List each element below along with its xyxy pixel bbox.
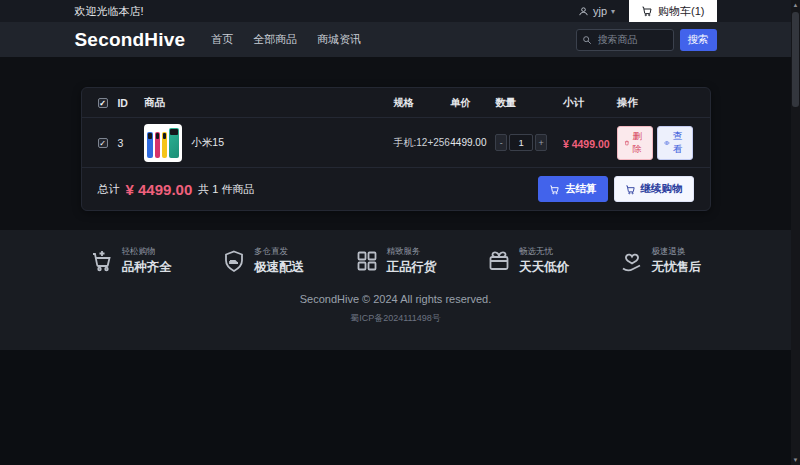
scroll-down-arrow-icon[interactable]: ▼ (791, 457, 800, 463)
scroll-up-arrow-icon[interactable]: ▲ (791, 2, 800, 8)
chevron-down-icon: ▾ (611, 7, 615, 16)
main-content: ✓ ID 商品 规格 单价 数量 小计 操作 ✓ 3 (0, 57, 791, 230)
header-spec: 规格 (394, 96, 451, 110)
search-icon (582, 35, 592, 45)
badge-low-price: 畅选无忧 天天低价 (487, 246, 569, 276)
cart-summary: 总计 ¥ 4499.00 共 1 件商品 去结算 继续购物 (82, 168, 710, 210)
badge-delivery: 多仓直发 极速配送 (222, 246, 304, 276)
row-checkbox[interactable]: ✓ (98, 138, 108, 148)
eye-icon (664, 139, 670, 147)
checkout-button[interactable]: 去结算 (538, 176, 608, 202)
header-quantity: 数量 (495, 96, 563, 110)
gift-box-icon (487, 249, 511, 273)
welcome-message: 欢迎光临本店! (75, 4, 144, 19)
navbar: SecondHive 首页 全部商品 商城资讯 搜索 (0, 22, 791, 57)
quantity-increase-button[interactable]: + (535, 134, 547, 151)
header-product: 商品 (144, 96, 393, 110)
cart-icon (641, 5, 653, 17)
header-actions: 操作 (617, 96, 694, 110)
scrollbar-thumb[interactable] (792, 12, 799, 107)
nav-link-all-products[interactable]: 全部商品 (253, 32, 297, 47)
table-row: ✓ 3 小米15 手机:12+256 4499.00 - 1 (82, 118, 710, 168)
cart-card: ✓ ID 商品 规格 单价 数量 小计 操作 ✓ 3 (81, 87, 711, 211)
item-subtotal: ¥ 4499.00 (563, 138, 610, 150)
icp-number: 蜀ICP备2024111498号 (0, 312, 791, 325)
product-image[interactable] (144, 124, 182, 162)
total-label: 总计 (98, 182, 120, 197)
heart-hand-icon (620, 249, 644, 273)
cart-table-header: ✓ ID 商品 规格 单价 数量 小计 操作 (82, 88, 710, 118)
select-all-checkbox[interactable]: ✓ (98, 98, 108, 108)
item-id: 3 (117, 137, 144, 149)
item-spec: 手机:12+256 (394, 136, 451, 150)
badge-authentic: 精致服务 正品行货 (355, 246, 437, 276)
cart-icon (549, 184, 560, 195)
badge-variety: 轻松购物 品种齐全 (90, 246, 172, 276)
badge-after-sale: 极速退换 无忧售后 (620, 246, 702, 276)
delete-button[interactable]: 删除 (617, 126, 653, 160)
header-unit-price: 单价 (450, 96, 495, 110)
product-name[interactable]: 小米15 (191, 136, 224, 150)
brand-logo[interactable]: SecondHive (75, 29, 186, 51)
view-button[interactable]: 查看 (657, 126, 693, 160)
shield-icon (222, 249, 246, 273)
continue-shopping-button[interactable]: 继续购物 (614, 176, 694, 202)
nav-link-news[interactable]: 商城资讯 (317, 32, 361, 47)
cart-plus-icon (90, 249, 114, 273)
topbar: 欢迎光临本店! yjp ▾ 购物车(1) (0, 0, 791, 22)
user-menu[interactable]: yjp ▾ (578, 5, 615, 17)
search-button[interactable]: 搜索 (680, 29, 717, 51)
username: yjp (593, 5, 607, 17)
quantity-stepper: - 1 + (495, 134, 563, 151)
header-id: ID (117, 97, 144, 109)
grid-icon (355, 249, 379, 273)
item-count: 共 1 件商品 (198, 182, 254, 197)
nav-link-home[interactable]: 首页 (211, 32, 233, 47)
header-subtotal: 小计 (563, 96, 617, 110)
footer: 轻松购物 品种齐全 多仓直发 极速配送 精致服务 正品行货 (0, 230, 791, 350)
cart-icon (625, 184, 636, 195)
user-icon (578, 6, 589, 17)
vertical-scrollbar[interactable]: ▲ ▼ (791, 0, 800, 465)
copyright-text: SecondHive © 2024 All rights reserved. (0, 293, 791, 305)
page-bottom-background (0, 350, 791, 465)
trash-icon (624, 139, 630, 147)
quantity-decrease-button[interactable]: - (495, 134, 507, 151)
total-value: ¥ 4499.00 (126, 181, 193, 198)
cart-label: 购物车(1) (658, 4, 704, 19)
cart-button[interactable]: 购物车(1) (629, 0, 716, 22)
quantity-value[interactable]: 1 (509, 134, 533, 151)
item-unit-price: 4499.00 (450, 137, 495, 148)
